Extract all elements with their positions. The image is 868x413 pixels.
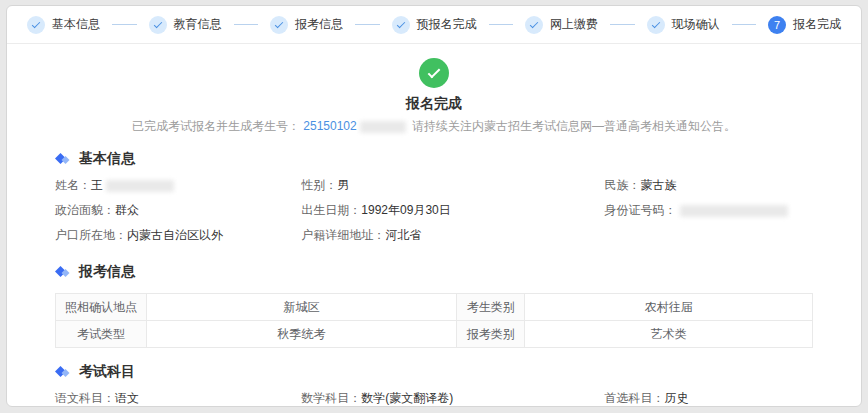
- step-label: 现场确认: [672, 16, 720, 33]
- exam-subjects-grid: 语文科目：语文 数学科目：数学(蒙文翻译卷) 首选科目：历史 再选科目：化学(蒙…: [55, 386, 813, 407]
- step-done-check-icon: [27, 16, 45, 34]
- table-row: 照相确认地点 新城区 考生类别 农村往届: [56, 294, 813, 321]
- field-household-address: 户籍详细地址：河北省: [301, 223, 604, 248]
- redacted-name: [106, 180, 174, 192]
- cell-candidate-category-label: 考生类别: [457, 294, 525, 321]
- field-chinese-subject: 语文科目：语文: [55, 386, 301, 407]
- application-info-table: 照相确认地点 新城区 考生类别 农村往届 考试类型 秋季统考 报考类别 艺术类: [55, 293, 813, 348]
- exam-number: 25150102: [303, 119, 356, 133]
- redacted-id-number: [680, 205, 788, 217]
- diamond-icon: [55, 266, 70, 278]
- section-basic-info: 基本信息 姓名：王 性别：男 民族：蒙古族 政治面貌：群众 出生日期：1992年…: [7, 150, 861, 248]
- field-birth-date: 出生日期：1992年09月30日: [301, 198, 604, 223]
- field-gender: 性别：男: [301, 173, 604, 198]
- section-header: 考试科目: [55, 363, 813, 381]
- step-done-check-icon: [525, 16, 543, 34]
- step-connector: [355, 24, 380, 25]
- section-title: 考试科目: [79, 363, 135, 381]
- section-header: 基本信息: [55, 150, 813, 168]
- redacted-exam-number: [360, 121, 406, 133]
- success-block: 报名完成 已完成考试报名并生成考生号： 25150102 请持续关注内蒙古招生考…: [7, 44, 861, 135]
- cell-photo-confirm-location-value: 新城区: [146, 294, 456, 321]
- success-message: 已完成考试报名并生成考生号： 25150102 请持续关注内蒙古招生考试信息网—…: [7, 118, 861, 135]
- cell-application-category-value: 艺术类: [525, 321, 813, 348]
- field-id-number: 身份证号码：: [605, 198, 813, 223]
- cell-exam-type-label: 考试类型: [56, 321, 147, 348]
- step-preregistration-done: 预报名完成: [392, 16, 477, 34]
- cell-application-category-label: 报考类别: [457, 321, 525, 348]
- step-label: 报名完成: [793, 16, 841, 33]
- diamond-icon: [55, 366, 70, 378]
- step-online-payment: 网上缴费: [525, 16, 598, 34]
- field-ethnicity: 民族：蒙古族: [605, 173, 813, 198]
- step-label: 网上缴费: [550, 16, 598, 33]
- basic-info-grid: 姓名：王 性别：男 民族：蒙古族 政治面貌：群众 出生日期：1992年09月30…: [55, 173, 813, 248]
- success-message-prefix: 已完成考试报名并生成考生号：: [132, 119, 300, 133]
- diamond-icon: [55, 153, 70, 165]
- section-header: 报考信息: [55, 263, 813, 281]
- cell-exam-type-value: 秋季统考: [146, 321, 456, 348]
- cell-photo-confirm-location-label: 照相确认地点: [56, 294, 147, 321]
- section-exam-subjects: 考试科目 语文科目：语文 数学科目：数学(蒙文翻译卷) 首选科目：历史 再选科目…: [7, 363, 861, 407]
- cell-candidate-category-value: 农村往届: [525, 294, 813, 321]
- step-label: 报考信息: [295, 16, 343, 33]
- section-application-info: 报考信息 照相确认地点 新城区 考生类别 农村往届 考试类型 秋季统考 报考类别…: [7, 263, 861, 348]
- step-done-check-icon: [647, 16, 665, 34]
- step-done-check-icon: [270, 16, 288, 34]
- success-title: 报名完成: [7, 95, 861, 113]
- section-title: 报考信息: [79, 263, 135, 281]
- step-label: 基本信息: [52, 16, 100, 33]
- wizard-stepper: 基本信息 教育信息 报考信息 预报名完成 网上缴费 现场确认 7: [7, 6, 861, 44]
- field-first-choice-subject: 首选科目：历史: [605, 386, 813, 407]
- step-application-info: 报考信息: [270, 16, 343, 34]
- field-political-status: 政治面貌：群众: [55, 198, 301, 223]
- success-check-icon: [419, 58, 449, 88]
- field-math-subject: 数学科目：数学(蒙文翻译卷): [301, 386, 604, 407]
- table-row: 考试类型 秋季统考 报考类别 艺术类: [56, 321, 813, 348]
- step-connector: [732, 24, 757, 25]
- step-connector: [489, 24, 514, 25]
- step-label: 预报名完成: [417, 16, 477, 33]
- section-title: 基本信息: [79, 150, 135, 168]
- field-empty: [605, 223, 813, 248]
- field-name: 姓名：王: [55, 173, 301, 198]
- step-done-check-icon: [149, 16, 167, 34]
- step-registration-complete: 7 报名完成: [768, 16, 841, 34]
- step-education-info: 教育信息: [149, 16, 222, 34]
- step-label: 教育信息: [174, 16, 222, 33]
- step-connector: [610, 24, 635, 25]
- step-connector: [112, 24, 137, 25]
- step-current-number-icon: 7: [768, 16, 786, 34]
- step-onsite-confirmation: 现场确认: [647, 16, 720, 34]
- success-message-suffix: 请持续关注内蒙古招生考试信息网—普通高考相关通知公告。: [412, 119, 736, 133]
- step-done-check-icon: [392, 16, 410, 34]
- step-basic-info: 基本信息: [27, 16, 100, 34]
- step-connector: [234, 24, 259, 25]
- registration-complete-panel: 基本信息 教育信息 报考信息 预报名完成 网上缴费 现场确认 7: [6, 5, 862, 407]
- field-household-location: 户口所在地：内蒙古自治区以外: [55, 223, 301, 248]
